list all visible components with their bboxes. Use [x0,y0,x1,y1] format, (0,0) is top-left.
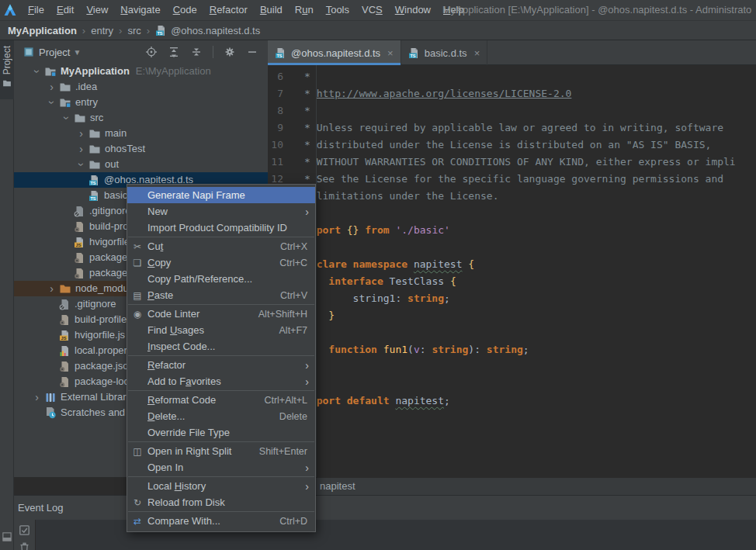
tree-item-entry[interactable]: ›entry [14,95,268,110]
project-panel-title[interactable]: Project [39,47,70,58]
menubar-item-refactor[interactable]: Refactor [203,0,254,20]
tree-item-label: entry [75,95,98,110]
menu-shortcut: Delete [279,411,315,422]
line-number: 8 [268,102,304,119]
menubar-item-window[interactable]: Window [389,0,437,20]
menu-item-local-history[interactable]: Local History› [127,478,315,494]
menubar-item-view[interactable]: View [80,0,114,20]
menu-item-generate-napi-frame[interactable]: Generate Napi Frame [127,187,315,203]
tree-item-idea[interactable]: ›.idea [14,79,268,95]
gear-file-icon [59,314,71,326]
menubar-item-file[interactable]: File [22,0,50,20]
ts-file-icon: TS [408,47,420,59]
menu-item-open-in-right-split[interactable]: ◫Open in Right SplitShift+Enter [127,443,315,459]
menu-item-label: Copy [147,257,279,268]
expand-all-icon[interactable] [168,46,180,58]
chevron-down-icon[interactable]: › [74,157,89,172]
menu-item-reload-from-disk[interactable]: ↻Reload from Disk [127,494,315,510]
hide-icon[interactable] [246,46,258,58]
close-icon[interactable]: × [474,47,480,59]
tree-item-label: .idea [75,79,97,95]
menu-item-cut[interactable]: ✂CutCtrl+X [127,238,315,254]
menubar-item-code[interactable]: Code [167,0,203,20]
editor[interactable]: TS@ohos.napitest.d.ts×TSbasic.d.ts× 6*7*… [268,40,756,495]
collapse-all-icon[interactable] [190,46,203,58]
tool-windows-icon[interactable] [2,531,12,542]
trash-icon[interactable] [19,541,30,550]
cut-icon: ✂ [127,241,147,252]
tree-item-src[interactable]: ›src [14,110,268,126]
code-line: 11* WITHOUT WARRANTIES OR CONDITIONS OF … [268,154,756,171]
settings-icon[interactable] [224,46,236,58]
menu-shortcut: Ctrl+C [279,258,315,268]
menu-item-compare-with[interactable]: ⇄Compare With...Ctrl+D [127,513,315,529]
tree-item-out[interactable]: ›out [14,157,268,172]
bottom-toolbar [14,520,36,550]
chevron-down-icon[interactable]: › [29,64,45,79]
svg-text:TS: TS [90,181,95,185]
chevron-right-icon[interactable]: › [74,126,88,141]
menu-separator [128,511,314,512]
menu-item-add-to-favorites[interactable]: Add to Favorites› [127,373,315,389]
breadcrumb-separator: › [82,25,85,36]
menu-item-open-in[interactable]: Open In› [127,459,315,476]
editor-breadcrumb[interactable]: napitest [268,477,756,495]
menu-bar: FileEditViewNavigateCodeRefactorBuildRun… [22,0,470,20]
chevron-right-icon[interactable]: › [29,389,44,405]
code-area[interactable]: 6*7* http://www.apache.org/licenses/LICE… [268,65,756,477]
menu-item-import-product-compatibility-id[interactable]: Import Product Compatibility ID [127,220,315,236]
menubar-item-run[interactable]: Run [289,0,320,20]
tree-item-label: out [105,157,119,172]
mark-read-icon[interactable] [19,524,30,536]
event-log-bar[interactable]: Event Log [14,495,756,520]
menu-item-refactor[interactable]: Refactor› [127,357,315,373]
chevron-right-icon[interactable]: › [44,79,59,95]
submenu-arrow-icon: › [305,462,315,474]
submenu-arrow-icon: › [305,480,315,493]
menu-item-inspect-code[interactable]: Inspect Code... [127,338,315,355]
tree-item-myapplication[interactable]: ›MyApplicationE:\MyApplication [14,64,268,79]
tab-ohos-napitest-d-ts[interactable]: TS@ohos.napitest.d.ts× [268,40,401,65]
code-line: 16 [268,239,756,256]
tool-window-button-project[interactable]: Project [0,40,14,99]
breadcrumb-item-myapplication[interactable]: MyApplication [8,25,77,36]
menu-item-find-usages[interactable]: Find UsagesAlt+F7 [127,322,315,338]
close-icon[interactable]: × [387,47,394,59]
ts-file-icon: TS [88,175,100,186]
menubar-item-tools[interactable]: Tools [320,0,355,20]
menubar-item-vcs[interactable]: VCS [355,0,389,20]
breadcrumb-file[interactable]: TS@ohos.napitest.d.ts [155,25,260,36]
line-number: 6 [268,68,304,85]
menu-item-override-file-type[interactable]: Override File Type [127,424,315,441]
chevron-right-icon[interactable]: › [44,281,59,296]
breadcrumb-item-entry[interactable]: entry [91,25,113,36]
code-line: 25export default napitest; [268,393,756,410]
tab-bar: TS@ohos.napitest.d.ts×TSbasic.d.ts× [268,40,756,65]
menubar-item-navigate[interactable]: Navigate [114,0,166,20]
breadcrumb-item-src[interactable]: src [127,25,140,36]
tab-basic-d-ts[interactable]: TSbasic.d.ts× [401,40,488,65]
breadcrumb: MyApplication›entry›src›TS@ohos.napitest… [0,20,756,40]
menubar-item-edit[interactable]: Edit [50,0,80,20]
chevron-right-icon[interactable]: › [74,141,88,157]
code-line: 15import {} from './basic' [268,222,756,239]
menu-item-code-linter[interactable]: ◉Code LinterAlt+Shift+H [127,306,315,322]
locate-icon[interactable] [145,46,158,58]
menubar-item-build[interactable]: Build [254,0,289,20]
code-line: 18 interface TestClass { [268,273,756,290]
menu-item-paste[interactable]: ▤PasteCtrl+V [127,287,315,303]
tree-item-ohostest[interactable]: ›ohosTest [14,141,268,157]
menu-item-new[interactable]: New› [127,203,315,220]
menu-item-copy-path-reference[interactable]: Copy Path/Reference... [127,271,315,287]
chevron-down-icon[interactable]: › [59,111,75,126]
ide-window: FileEditViewNavigateCodeRefactorBuildRun… [0,0,756,550]
menu-item-delete[interactable]: Delete...Delete [127,408,315,424]
menu-item-reformat-code[interactable]: Reformat CodeCtrl+Alt+L [127,392,315,408]
tree-item-main[interactable]: ›main [14,126,268,141]
chevron-down-icon[interactable]: › [44,95,60,110]
paste-icon: ▤ [127,290,147,301]
js-file-icon: JS [59,330,71,341]
menu-item-copy[interactable]: ❏CopyCtrl+C [127,254,315,271]
menu-item-label: Override File Type [147,427,307,438]
chevron-down-icon[interactable]: ▼ [73,48,81,57]
